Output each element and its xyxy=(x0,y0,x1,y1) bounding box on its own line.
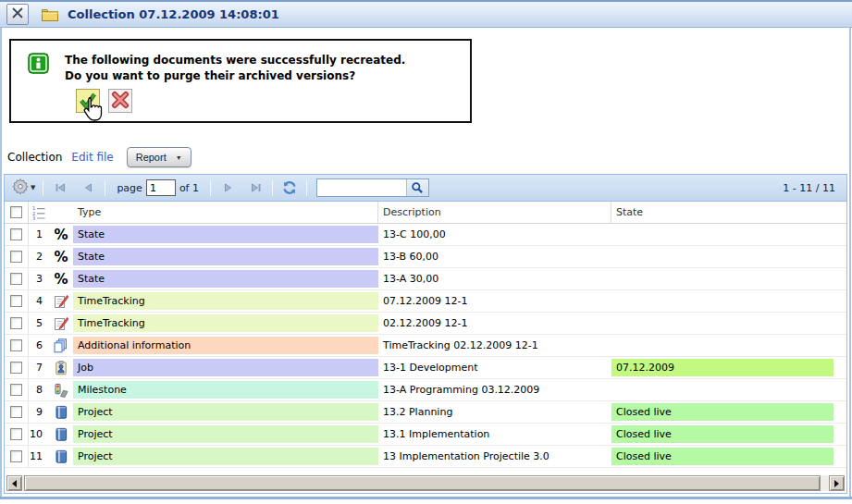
description-cell: TimeTracking 02.12.2009 12-1 xyxy=(378,335,611,356)
state-value: Closed live xyxy=(611,425,833,443)
row-checkbox-cell xyxy=(5,424,29,445)
state-cell xyxy=(611,268,846,289)
dialog-message: The following documents were successfull… xyxy=(65,53,405,84)
table-row[interactable]: 2%State13-B 60,00 xyxy=(5,246,846,268)
info-icon xyxy=(28,53,49,77)
row-checkbox[interactable] xyxy=(10,295,22,307)
state-cell xyxy=(611,335,846,356)
row-checkbox-cell xyxy=(5,401,29,423)
type-value: Milestone xyxy=(73,381,378,399)
description-cell: 02.12.2009 12-1 xyxy=(378,313,611,334)
edit-file-link[interactable]: Edit file xyxy=(71,151,113,164)
table-row[interactable]: 11Project13 Implementation Projectile 3.… xyxy=(5,446,846,468)
numbered-list-icon: 1 2 3 xyxy=(31,205,46,220)
row-checkbox[interactable] xyxy=(10,339,22,351)
record-range-label: 1 - 11 / 11 xyxy=(783,182,835,194)
row-checkbox[interactable] xyxy=(10,228,22,240)
type-cell: Project xyxy=(73,446,378,467)
row-checkbox[interactable] xyxy=(10,273,22,285)
scroll-left-button[interactable] xyxy=(6,475,22,491)
last-page-button[interactable] xyxy=(246,178,265,197)
description-cell: 13-B 60,00 xyxy=(378,246,611,267)
gear-icon xyxy=(12,178,29,198)
toolbar-separator xyxy=(210,180,211,196)
type-cell: State xyxy=(73,268,378,289)
table-row[interactable]: 1%State13-C 100,00 xyxy=(5,224,846,246)
description-cell: 13-C 100,00 xyxy=(378,224,611,245)
type-cell: State xyxy=(73,224,378,245)
scrollbar-thumb[interactable] xyxy=(24,475,821,491)
row-checkbox[interactable] xyxy=(10,251,22,263)
row-checkbox[interactable] xyxy=(10,362,22,374)
table-row[interactable]: 8Milestone13-A Programming 03.12.2009 xyxy=(5,379,846,401)
description-cell: 13-A 30,00 xyxy=(378,268,611,289)
select-all-checkbox[interactable] xyxy=(10,206,22,218)
table-row[interactable]: 5TimeTracking02.12.2009 12-1 xyxy=(5,313,846,335)
row-checkbox[interactable] xyxy=(10,450,22,462)
page-label: page xyxy=(117,182,142,194)
type-cell: Job xyxy=(73,357,378,378)
state-cell: Closed live xyxy=(611,424,846,445)
type-value: TimeTracking xyxy=(73,292,378,310)
search-button[interactable] xyxy=(406,179,428,196)
confirmation-dialog: The following documents were successfull… xyxy=(9,39,472,123)
close-button[interactable] xyxy=(6,4,29,25)
column-header-type[interactable]: Type xyxy=(73,202,378,223)
state-value: 07.12.2009 xyxy=(611,359,833,376)
state-cell xyxy=(611,379,846,400)
row-checkbox[interactable] xyxy=(10,428,22,440)
type-value: State xyxy=(73,226,378,243)
row-checkbox-cell xyxy=(5,224,29,245)
type-value: Additional information xyxy=(73,337,378,354)
next-page-icon xyxy=(220,180,235,195)
row-number: 3 xyxy=(29,268,49,289)
refresh-button[interactable] xyxy=(280,178,299,197)
table-row[interactable]: 3%State13-A 30,00 xyxy=(5,268,846,290)
description-cell: 13.2 Planning xyxy=(378,401,611,423)
state-cell xyxy=(611,290,846,312)
documents-icon xyxy=(49,335,73,356)
row-checkbox[interactable] xyxy=(10,384,22,396)
documents-grid: ▼ page of 1 xyxy=(4,174,847,494)
table-row[interactable]: 7Job13-1 Development07.12.2009 xyxy=(5,357,846,379)
folder-icon xyxy=(41,7,59,22)
column-header-state[interactable]: State xyxy=(611,202,846,223)
cancel-button[interactable] xyxy=(108,89,132,113)
prev-page-button[interactable] xyxy=(79,178,97,197)
row-checkbox-cell xyxy=(5,379,29,400)
row-number: 6 xyxy=(29,335,49,356)
settings-menu-button[interactable]: ▼ xyxy=(12,178,35,198)
state-cell xyxy=(611,313,846,334)
row-number: 4 xyxy=(29,290,49,312)
timetracking-icon xyxy=(49,313,73,334)
table-row[interactable]: 6Additional informationTimeTracking 02.1… xyxy=(5,335,846,357)
grid-toolbar: ▼ page of 1 xyxy=(5,175,846,202)
report-dropdown-button[interactable]: Report ▼ xyxy=(127,147,191,167)
collection-label: Collection xyxy=(7,151,62,164)
table-row[interactable]: 9Project13.2 PlanningClosed live xyxy=(5,401,846,424)
row-checkbox[interactable] xyxy=(10,317,22,329)
table-row[interactable]: 4TimeTracking07.12.2009 12-1 xyxy=(5,290,846,313)
description-cell: 13 Implementation Projectile 3.0 xyxy=(378,446,611,467)
scroll-right-button[interactable] xyxy=(829,475,845,491)
percent-icon: % xyxy=(49,246,73,267)
search-input[interactable] xyxy=(317,179,406,196)
confirm-button[interactable] xyxy=(76,89,100,113)
select-all-cell xyxy=(5,202,29,223)
next-page-button[interactable] xyxy=(218,178,237,197)
project-icon xyxy=(49,424,73,445)
row-checkbox[interactable] xyxy=(10,406,22,418)
row-number: 1 xyxy=(29,224,49,245)
table-row[interactable]: 10Project13.1 ImplementationClosed live xyxy=(5,424,846,446)
toolbar-separator xyxy=(105,180,105,196)
search-icon xyxy=(411,181,424,194)
column-header-description[interactable]: Description xyxy=(378,202,611,223)
row-checkbox-cell xyxy=(5,446,29,467)
page-input[interactable] xyxy=(146,179,176,196)
window-frame-right xyxy=(849,28,851,498)
triangle-left-icon xyxy=(12,480,17,487)
row-number: 5 xyxy=(29,313,49,334)
horizontal-scrollbar[interactable] xyxy=(6,475,845,491)
first-page-button[interactable] xyxy=(51,178,69,197)
project-icon xyxy=(49,446,73,467)
